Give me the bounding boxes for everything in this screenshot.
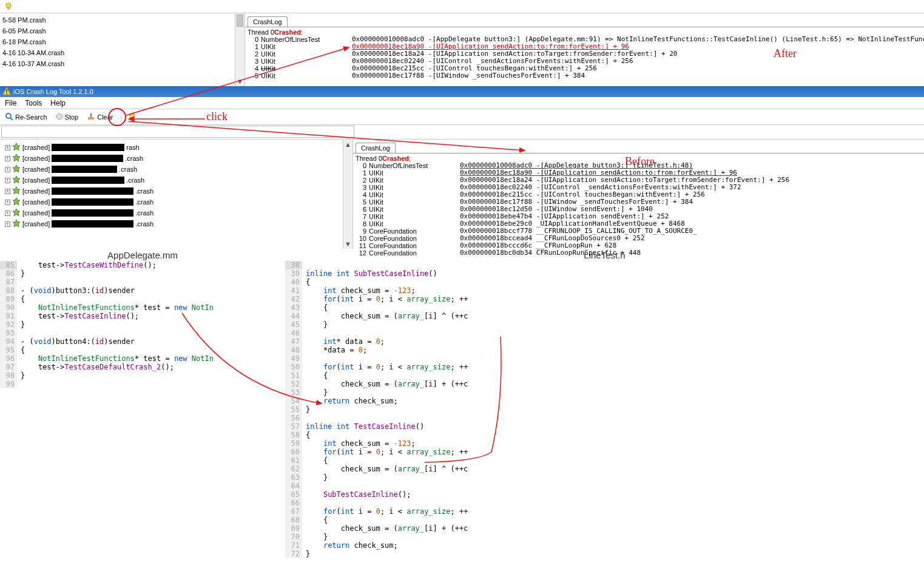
before-log-panel: CrashLog Thread 0 Crashed: 0NumberOfLine… xyxy=(353,140,924,249)
menu-tools[interactable]: Tools xyxy=(25,99,42,107)
code-line: 91 test->TestCaseInline(); xyxy=(0,312,285,320)
expand-icon[interactable]: + xyxy=(5,156,10,161)
thread-label: Thread 0 xyxy=(248,29,274,36)
code-title-left: AppDelegate.mm xyxy=(0,249,285,261)
code-line: 43 { xyxy=(285,303,924,312)
redacted-block xyxy=(52,187,133,195)
stop-button[interactable]: Stop xyxy=(53,112,81,123)
crash-icon xyxy=(12,175,21,185)
code-line: 40{ xyxy=(285,278,924,286)
tree-row[interactable]: +[crashed] .crash xyxy=(5,197,352,207)
tree-row[interactable]: +[crashed] .crash xyxy=(5,153,352,164)
redacted-block xyxy=(52,198,133,206)
crash-icon xyxy=(12,164,21,174)
menu-file[interactable]: File xyxy=(5,99,16,107)
research-button[interactable]: Re-Search xyxy=(2,111,50,123)
research-label: Re-Search xyxy=(15,113,47,121)
code-line: 38 xyxy=(285,261,924,269)
scroll-down-icon[interactable]: ▼ xyxy=(343,239,352,249)
code-line: 88- (void)button3:(id)sender xyxy=(0,286,285,295)
expand-icon[interactable]: + xyxy=(5,189,10,194)
file-suffix: .crash xyxy=(119,166,137,173)
file-suffix: .crash xyxy=(125,155,143,162)
crashed-tag: [crashed] xyxy=(22,198,50,206)
code-line: 95{ xyxy=(0,346,285,354)
svg-rect-8 xyxy=(88,117,94,120)
tree-row[interactable]: +[crashed] .crash xyxy=(5,175,352,186)
redacted-block xyxy=(52,209,133,217)
expand-icon[interactable]: + xyxy=(5,178,10,183)
log-row[interactable]: 10CoreFoundation0x000000018bccead4 __CFR… xyxy=(356,235,922,242)
code-line: 41 int check_sum = -123; xyxy=(285,286,924,295)
tree-row[interactable]: +[crashed] .crash xyxy=(5,218,352,229)
tree-row[interactable]: +[crashed] .crash xyxy=(5,207,352,218)
svg-rect-1 xyxy=(7,8,10,10)
code-line: 64 xyxy=(285,482,924,490)
crash-icon xyxy=(12,153,21,163)
code-line: 71 return check_sum; xyxy=(285,541,924,550)
tree-row[interactable]: +[crashed] rash xyxy=(5,142,352,153)
svg-marker-15 xyxy=(13,176,20,183)
code-line: 98} xyxy=(0,371,285,380)
menu-bar: File Tools Help xyxy=(0,97,924,109)
code-title-right: LineTest.h xyxy=(285,249,924,261)
code-line: 46 xyxy=(285,329,924,337)
symbolicate-button[interactable] xyxy=(126,112,138,123)
crashed-tag: [crashed] xyxy=(22,177,50,184)
scroll-thumb[interactable] xyxy=(237,15,243,27)
menu-help[interactable]: Help xyxy=(50,99,66,107)
code-line: 65 SubTestCaseInline(); xyxy=(285,490,924,499)
svg-point-0 xyxy=(6,3,11,8)
stop-label: Stop xyxy=(65,113,79,121)
expand-icon[interactable]: + xyxy=(5,211,10,216)
crash-file-item[interactable]: 4-16 10-37 AM.crash xyxy=(2,58,244,69)
scrollbar-vertical[interactable]: ▲ ▼ xyxy=(235,13,244,86)
expand-icon[interactable]: + xyxy=(5,221,10,227)
svg-rect-4 xyxy=(6,93,7,94)
scrollbar-vertical[interactable]: ▲ ▼ xyxy=(343,140,352,249)
code-line: 44 check_sum = (array_[i] ^ (++c xyxy=(285,312,924,320)
expand-icon[interactable]: + xyxy=(5,167,10,172)
file-suffix: .crash xyxy=(135,209,153,217)
svg-marker-14 xyxy=(13,165,20,172)
crash-file-item[interactable]: 6-18 PM.crash xyxy=(2,36,244,47)
code-line: 67 for(int i = 0; i < array_size; ++ xyxy=(285,507,924,516)
tree-row[interactable]: +[crashed] .crash xyxy=(5,164,352,175)
crash-file-item[interactable]: 5-58 PM.crash xyxy=(2,15,244,25)
crashed-tag: [crashed] xyxy=(22,187,50,195)
svg-marker-12 xyxy=(13,143,20,150)
crash-file-item[interactable]: 6-05 PM.crash xyxy=(2,25,244,36)
tool-bar: Re-Search Stop Clear click xyxy=(0,109,924,125)
expand-icon[interactable]: + xyxy=(5,145,10,150)
file-suffix: .crash xyxy=(126,177,144,184)
redacted-block xyxy=(52,177,124,184)
code-line: 72} xyxy=(285,550,924,558)
after-log-panel: CrashLog Thread 0 Crashed: 0NumberOfLine… xyxy=(245,13,924,86)
search-input[interactable] xyxy=(1,126,354,138)
scroll-down-icon[interactable]: ▼ xyxy=(235,76,244,86)
code-line: 90 NotInlineTestFunctions* test = new No… xyxy=(0,303,285,312)
file-suffix: .crash xyxy=(135,220,153,228)
svg-line-6 xyxy=(10,118,13,120)
window-titlebar: iOS Crash Log Tool 1.2.1.0 xyxy=(0,86,924,97)
expand-icon[interactable]: + xyxy=(5,200,10,205)
svg-point-10 xyxy=(130,113,135,118)
tab-crashlog-after[interactable]: CrashLog xyxy=(248,16,288,27)
clear-button[interactable]: Clear xyxy=(84,111,115,123)
code-line: 89{ xyxy=(0,295,285,303)
code-line: 53 } xyxy=(285,388,924,397)
code-line: 39inline int SubTestCaseInline() xyxy=(285,269,924,278)
tree-row[interactable]: +[crashed] .crash xyxy=(5,186,352,197)
crash-file-item[interactable]: 4-16 10-34 AM.crash xyxy=(2,47,244,58)
window-title: iOS Crash Log Tool 1.2.1.0 xyxy=(13,88,93,95)
code-line: 97 test->TestCaseDefaultCrash_2(); xyxy=(0,363,285,371)
code-line: 66 xyxy=(285,499,924,507)
log-row[interactable]: 5UIKit0x000000018ec17f88 -[UIWindow _sen… xyxy=(248,72,922,79)
crash-tree-panel: +[crashed] rash+[crashed] .crash+[crashe… xyxy=(0,140,353,249)
scroll-up-icon[interactable]: ▲ xyxy=(343,140,352,149)
broom-icon xyxy=(87,112,95,122)
tab-crashlog-before[interactable]: CrashLog xyxy=(356,143,396,153)
bulb-icon[interactable] xyxy=(5,2,12,11)
svg-marker-13 xyxy=(13,154,20,161)
crash-icon xyxy=(12,219,21,229)
